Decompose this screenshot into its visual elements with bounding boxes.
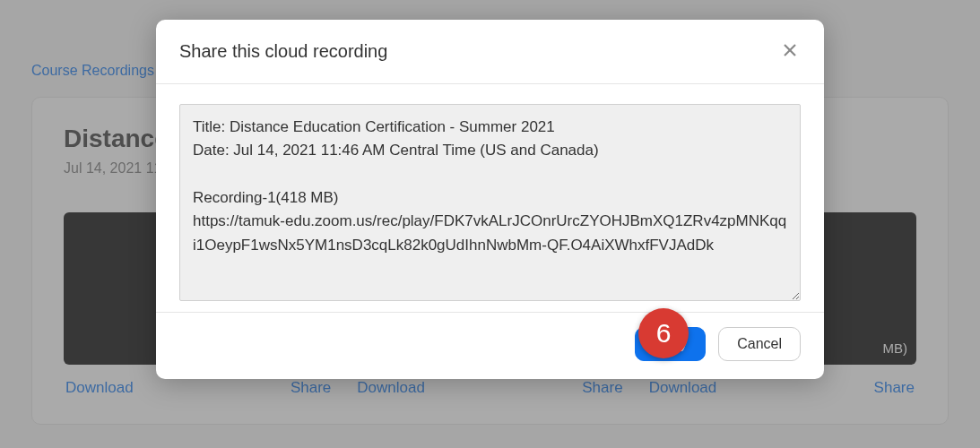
modal-header: Share this cloud recording [156, 20, 824, 84]
close-icon [783, 43, 797, 57]
modal-body [156, 84, 824, 312]
share-textarea[interactable] [179, 104, 801, 301]
annotation-badge-6: 6 [638, 308, 689, 358]
cancel-button[interactable]: Cancel [718, 327, 801, 361]
modal-title: Share this cloud recording [179, 41, 387, 62]
modal-footer: Copy Cancel [156, 312, 824, 379]
close-button[interactable] [779, 39, 801, 64]
modal-overlay[interactable]: Share this cloud recording Copy Cancel 6 [0, 0, 980, 448]
share-modal: Share this cloud recording Copy Cancel [156, 20, 824, 379]
